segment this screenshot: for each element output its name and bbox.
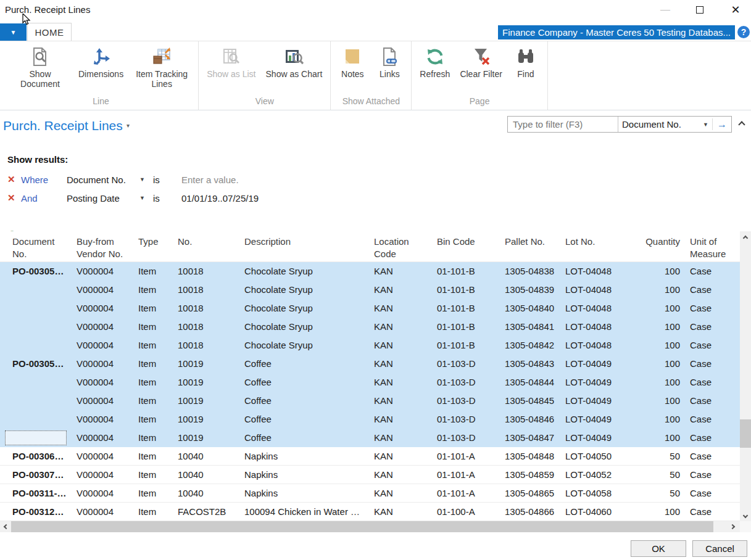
cell-bin-code[interactable]: 01-103-D	[432, 358, 500, 369]
cell-pallet-no[interactable]: 1305-04844	[500, 377, 560, 387]
cell-description[interactable]: Chocolate Sryup	[239, 284, 369, 295]
notes-button[interactable]: Notes	[334, 44, 370, 81]
minimize-button[interactable]: —	[658, 2, 673, 17]
cell-description[interactable]: Chocolate Sryup	[239, 340, 369, 350]
cell-bin-code[interactable]: 01-101-B	[432, 266, 500, 276]
cell-bin-code[interactable]: 01-101-A	[432, 488, 500, 498]
refresh-button[interactable]: Refresh	[415, 44, 454, 81]
cell-location-code[interactable]: KAN	[369, 395, 432, 406]
cell-bin-code[interactable]: 01-103-D	[432, 377, 500, 387]
cell-pallet-no[interactable]: 1305-04838	[500, 266, 560, 276]
cell-location-code[interactable]: KAN	[369, 451, 432, 461]
show-document-button[interactable]: Show Document	[7, 44, 73, 90]
cell-type[interactable]: Item	[133, 321, 173, 332]
cell-location-code[interactable]: KAN	[369, 414, 432, 424]
cell-document-no[interactable]: PO-00307-1R	[0, 469, 72, 480]
cell-pallet-no[interactable]: 1305-04859	[500, 469, 560, 480]
cell-description[interactable]: Coffee	[239, 414, 369, 424]
cell-pallet-no[interactable]: 1305-04843	[500, 358, 560, 369]
cell-unit-of-measure[interactable]: Case	[685, 506, 738, 517]
clear-filter-button[interactable]: Clear Filter	[455, 44, 506, 81]
cell-location-code[interactable]: KAN	[369, 266, 432, 276]
cell-pallet-no[interactable]: 1305-04865	[500, 488, 560, 498]
cell-pallet-no[interactable]: 1305-04848	[500, 451, 560, 461]
cell-unit-of-measure[interactable]: Case	[685, 358, 738, 369]
focused-cell[interactable]	[5, 430, 67, 445]
filter-connector[interactable]: And	[21, 193, 67, 204]
cell-no[interactable]: 10040	[173, 469, 239, 480]
filter-value[interactable]: 01/01/19..07/25/19	[181, 193, 259, 204]
cell-unit-of-measure[interactable]: Case	[685, 266, 738, 276]
cell-pallet-no[interactable]: 1305-04839	[500, 284, 560, 295]
cell-buy-from-vendor-no[interactable]: V000004	[72, 377, 133, 387]
cell-pallet-no[interactable]: 1305-04845	[500, 395, 560, 406]
cell-no[interactable]: 10019	[173, 395, 239, 406]
cell-location-code[interactable]: KAN	[369, 303, 432, 313]
cell-quantity[interactable]: 100	[641, 321, 685, 332]
cell-bin-code[interactable]: 01-101-A	[432, 469, 500, 480]
page-title-caret-icon[interactable]: ▾	[127, 122, 130, 129]
cell-bin-code[interactable]: 01-101-B	[432, 340, 500, 350]
cell-unit-of-measure[interactable]: Case	[685, 432, 738, 443]
cell-unit-of-measure[interactable]: Case	[685, 377, 738, 387]
column-header-pallet-no[interactable]: Pallet No.	[500, 236, 560, 261]
column-header-description[interactable]: Description	[239, 236, 369, 261]
cell-lot-no[interactable]: LOT-04049	[560, 395, 641, 406]
cell-description[interactable]: 100094 Chicken in Water Ca...	[239, 506, 369, 517]
cell-description[interactable]: Coffee	[239, 358, 369, 369]
cell-quantity[interactable]: 100	[641, 506, 685, 517]
cell-buy-from-vendor-no[interactable]: V000004	[72, 340, 133, 350]
cell-description[interactable]: Chocolate Sryup	[239, 266, 369, 276]
cell-lot-no[interactable]: LOT-04049	[560, 414, 641, 424]
cell-buy-from-vendor-no[interactable]: V000004	[72, 284, 133, 295]
cell-buy-from-vendor-no[interactable]: V000004	[72, 451, 133, 461]
scroll-down-button[interactable]	[740, 510, 751, 521]
cell-no[interactable]: 10019	[173, 432, 239, 443]
cell-bin-code[interactable]: 01-101-B	[432, 321, 500, 332]
cell-type[interactable]: Item	[133, 414, 173, 424]
cell-pallet-no[interactable]: 1305-04847	[500, 432, 560, 443]
filter-value[interactable]: Enter a value.	[181, 175, 239, 185]
cell-no[interactable]: 10019	[173, 358, 239, 369]
links-button[interactable]: Links	[371, 44, 407, 81]
cell-no[interactable]: 10019	[173, 377, 239, 387]
cell-location-code[interactable]: KAN	[369, 432, 432, 443]
cell-quantity[interactable]: 50	[641, 451, 685, 461]
cell-buy-from-vendor-no[interactable]: V000004	[72, 506, 133, 517]
cell-no[interactable]: 10040	[173, 451, 239, 461]
cell-no[interactable]: 10018	[173, 266, 239, 276]
cell-document-no[interactable]: PO-00305-1R	[0, 266, 72, 276]
scroll-right-button[interactable]	[728, 521, 737, 532]
cell-type[interactable]: Item	[133, 488, 173, 498]
application-menu-button[interactable]: ▼	[0, 23, 27, 41]
filter-field-selector[interactable]: Document No. ▼	[618, 119, 712, 130]
cell-pallet-no[interactable]: 1305-04846	[500, 414, 560, 424]
cell-document-no[interactable]: PO-00305-2R	[0, 358, 72, 369]
cell-document-no[interactable]: PO-00306-1R	[0, 451, 72, 461]
cell-lot-no[interactable]: LOT-04048	[560, 266, 641, 276]
cell-buy-from-vendor-no[interactable]: V000004	[72, 469, 133, 480]
cell-unit-of-measure[interactable]: Case	[685, 284, 738, 295]
cell-document-no[interactable]: PO-00312-1R	[0, 506, 72, 517]
column-header-bin-code[interactable]: Bin Code	[432, 236, 500, 261]
vertical-scrollbar[interactable]	[740, 231, 751, 521]
cell-buy-from-vendor-no[interactable]: V000004	[72, 414, 133, 424]
chevron-down-icon[interactable]: ▼	[139, 176, 153, 183]
collapse-pane-button[interactable]	[739, 118, 749, 128]
cell-pallet-no[interactable]: 1305-04840	[500, 303, 560, 313]
cell-bin-code[interactable]: 01-103-D	[432, 414, 500, 424]
cell-bin-code[interactable]: 01-101-B	[432, 303, 500, 313]
cell-location-code[interactable]: KAN	[369, 377, 432, 387]
cell-buy-from-vendor-no[interactable]: V000004	[72, 321, 133, 332]
cell-type[interactable]: Item	[133, 303, 173, 313]
cell-buy-from-vendor-no[interactable]: V000004	[72, 395, 133, 406]
ok-button[interactable]: OK	[631, 540, 686, 557]
cell-lot-no[interactable]: LOT-04052	[560, 469, 641, 480]
cell-quantity[interactable]: 100	[641, 358, 685, 369]
cell-unit-of-measure[interactable]: Case	[685, 469, 738, 480]
cell-lot-no[interactable]: LOT-04048	[560, 303, 641, 313]
cell-location-code[interactable]: KAN	[369, 488, 432, 498]
cell-unit-of-measure[interactable]: Case	[685, 451, 738, 461]
cell-location-code[interactable]: KAN	[369, 284, 432, 295]
cell-quantity[interactable]: 100	[641, 340, 685, 350]
